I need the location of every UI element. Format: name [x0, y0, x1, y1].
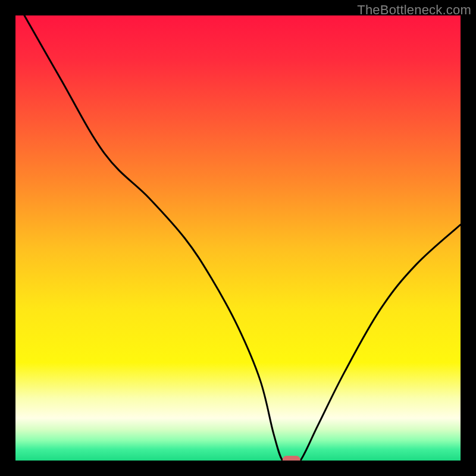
gradient-background — [15, 15, 461, 461]
chart-frame: TheBottleneck.com — [0, 0, 476, 476]
bottleneck-chart — [15, 15, 461, 461]
plot-area — [15, 15, 461, 461]
optimal-marker — [283, 456, 300, 461]
